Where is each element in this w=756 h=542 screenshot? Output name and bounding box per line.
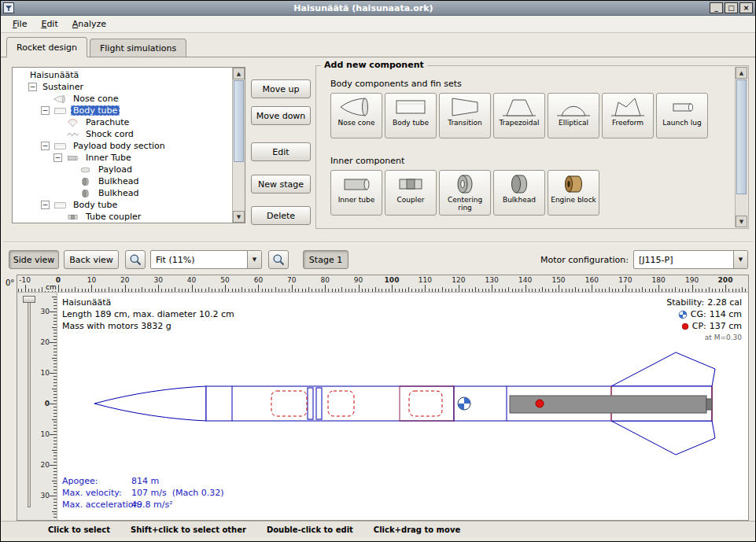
stage-1-button[interactable]: Stage 1 [303,250,348,269]
ruler-tick [445,289,446,292]
ruler-tick [459,285,459,292]
menu-item-edit[interactable]: Edit [34,17,65,31]
rocket-canvas[interactable]: Haisunäätä Length 189 cm, max. diameter … [57,293,748,520]
scrollbar-thumb[interactable] [234,80,244,162]
view-toolbar: Side view Back view Fit (11%) ▼ Stage 1 … [1,247,755,272]
tree-expander-icon[interactable]: − [41,142,50,150]
tree-expander-icon[interactable]: − [41,201,50,209]
scrollbar-track[interactable] [233,79,245,211]
tab-flight-simulations[interactable]: Flight simulations [90,39,186,57]
inner-tube-icon [65,153,80,163]
add-engine-block-button[interactable]: Engine block [548,170,599,216]
ruler-tick [655,289,656,292]
move-up-button[interactable]: Move up [251,79,311,98]
tree-expander-icon[interactable]: − [41,106,50,115]
tree-item-body-tube[interactable]: −Body tube [13,199,232,211]
ruler-tick [285,289,286,292]
tree-expander-icon[interactable]: − [53,153,62,162]
ruler-label: 30 [153,276,162,284]
back-view-button[interactable]: Back view [64,250,119,269]
zoom-in-button[interactable] [125,250,146,269]
tree-item-sustainer[interactable]: −Sustainer [13,81,232,93]
scroll-down-icon[interactable]: ▼ [736,216,747,227]
bulkhead-shape[interactable] [308,388,313,419]
ruler-tick [95,289,96,292]
menu-item-file[interactable]: File [6,17,34,31]
rotation-slider-handle[interactable] [23,296,35,303]
tree-item-nose-cone[interactable]: Nose cone [13,93,232,105]
tree-item-bulkhead[interactable]: Bulkhead [13,187,232,199]
ruler-tick [312,289,312,292]
ruler-tick [622,289,623,292]
fin-lower-shape[interactable] [611,421,715,455]
ruler-tick [53,321,57,322]
tree-item-parachute[interactable]: Parachute [13,116,232,128]
scrollbar-thumb[interactable] [736,79,747,194]
fin-upper-shape[interactable] [611,352,715,386]
add-transition-button[interactable]: Transition [439,93,491,138]
rotation-slider-track[interactable] [28,299,31,507]
scroll-up-icon[interactable]: ▲ [736,67,747,79]
tree-item-inner-tube[interactable]: −Inner Tube [13,152,232,164]
move-down-button[interactable]: Move down [251,106,311,125]
rotation-slider[interactable] [17,293,40,520]
ruler-tick [532,289,533,292]
edit-button[interactable]: Edit [251,142,311,161]
ruler-tick [149,289,149,292]
zoom-out-button[interactable] [268,250,289,269]
body-tube-shape[interactable] [206,386,454,421]
combo-arrow-icon[interactable]: ▼ [733,251,747,268]
menu-item-analyze[interactable]: Analyze [65,17,113,31]
tree-item-payload-body-section[interactable]: −Payload body section [13,140,232,152]
ruler-tick [268,289,269,292]
zoom-combobox[interactable]: Fit (11%) ▼ [150,250,262,269]
scrollbar-track[interactable] [736,79,747,216]
ruler-tick [53,499,57,500]
component-action-buttons: Move upMove downEditNew stageDelete [251,72,311,225]
ruler-label: 20 [41,461,50,469]
ruler-tick [399,289,400,292]
titlebar[interactable]: Haisunäätä (haisunaata.ork) _ □ × [1,1,755,16]
tab-rocket-design[interactable]: Rocket design [6,37,87,57]
ruler-label: 180 [652,276,666,284]
tree-expander-icon[interactable]: − [28,83,37,91]
nose-cone-shape[interactable] [94,386,206,421]
add-body-tube-button[interactable]: Body tube [385,93,437,138]
add-inner-tube-button[interactable]: Inner tube [330,170,382,216]
add-bulkhead-button[interactable]: Bulkhead [493,170,545,216]
tree-item-haisun-t[interactable]: Haisunäätä [13,69,232,81]
tree-item-bulkhead[interactable]: Bulkhead [13,175,232,187]
minimize-button[interactable]: _ [710,2,723,13]
add-centering-ring-button[interactable]: Centering ring [439,170,491,216]
bulkhead-shape[interactable] [316,388,322,419]
tree-item-body-tube[interactable]: −Body tube [13,105,232,116]
ruler-tick [706,289,706,292]
add-trapezoidal-button[interactable]: Trapezoidal [493,93,545,138]
add-nose-cone-button[interactable]: Nose cone [330,93,382,138]
tree-item-payload[interactable]: Payload [13,164,232,175]
cp-text: CP: 137 cm [666,320,742,332]
bulkhead-icon [78,189,93,198]
maximize-button[interactable]: □ [725,2,738,13]
add-panel-scrollbar[interactable]: ▲ ▼ [735,67,747,227]
close-button[interactable]: × [739,2,753,13]
component-tree[interactable]: Haisunäätä−SustainerNose cone−Body tubeP… [13,68,232,223]
tree-item-label: Parachute [83,117,131,127]
side-view-button[interactable]: Side view [9,250,59,269]
tree-item-label: Payload body section [71,141,168,151]
tree-item-tube-coupler[interactable]: Tube coupler [13,211,232,223]
tree-item-shock-cord[interactable]: Shock cord [13,128,232,140]
scroll-down-icon[interactable]: ▼ [233,211,245,223]
motor-configuration-combobox[interactable]: [J115-P] ▼ [633,250,748,269]
ruler-tick [52,358,57,359]
scroll-up-icon[interactable]: ▲ [233,68,245,79]
add-launch-lug-button[interactable]: Launch lug [656,93,708,138]
delete-button[interactable]: Delete [251,206,311,225]
ruler-tick [50,404,57,404]
add-elliptical-button[interactable]: Elliptical [548,93,599,138]
tree-scrollbar[interactable]: ▲ ▼ [232,68,245,223]
combo-arrow-icon[interactable]: ▼ [247,251,261,268]
add-coupler-button[interactable]: Coupler [385,170,437,216]
add-freeform-button[interactable]: Freeform [602,93,654,138]
new-stage-button[interactable]: New stage [251,175,311,194]
